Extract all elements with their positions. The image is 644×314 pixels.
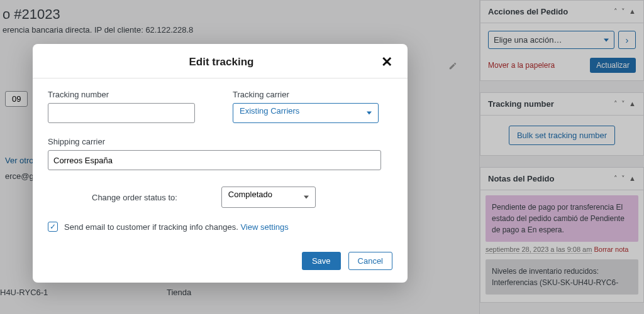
chevron-up-icon[interactable]: ˄ (614, 175, 618, 183)
send-email-checkbox[interactable]: ✓ (48, 222, 58, 232)
order-status-value: Completado (228, 190, 272, 199)
panel-header-actions: Acciones del Pedido ˄ ˅ ▲ (480, 1, 643, 23)
tracking-carrier-label: Tracking carrier (233, 90, 392, 99)
save-button[interactable]: Save (302, 252, 341, 270)
edit-tracking-modal: Edit tracking ✕ Tracking number Tracking… (33, 44, 408, 283)
shipping-carrier-label: Shipping carrier (48, 137, 392, 146)
shipping-carrier-input[interactable] (48, 150, 381, 170)
date-day-input[interactable]: 09 (5, 91, 28, 107)
triangle-up-icon[interactable]: ▲ (629, 100, 636, 108)
chevron-down-icon[interactable]: ˅ (621, 100, 625, 108)
order-note: Niveles de inventario reducidos: Interfe… (486, 259, 638, 295)
tracking-number-input[interactable] (48, 103, 195, 123)
panel-header-notes: Notas del Pedido ˄ ˅ ▲ (480, 168, 643, 190)
panel-order-notes: Notas del Pedido ˄ ˅ ▲ Pendiente de pago… (480, 167, 644, 303)
panel-header-tracking: Tracking number ˄ ˅ ▲ (480, 93, 643, 116)
modal-footer: Save Cancel (33, 243, 408, 283)
chevron-up-icon[interactable]: ˄ (614, 100, 618, 108)
order-action-select[interactable]: Elige una acción… (488, 31, 614, 49)
panel-title-tracking: Tracking number (488, 99, 554, 109)
update-button[interactable]: Actualizar (590, 58, 636, 73)
panel-order-actions: Acciones del Pedido ˄ ˅ ▲ Elige una acci… (480, 0, 644, 81)
order-sidebar: Acciones del Pedido ˄ ˅ ▲ Elige una acci… (479, 0, 644, 314)
triangle-up-icon[interactable]: ▲ (629, 175, 636, 183)
order-number-title: o #21023 (3, 6, 475, 23)
modal-header: Edit tracking ✕ (33, 44, 408, 78)
delete-note-link[interactable]: Borrar nota (594, 246, 628, 253)
send-email-label: Send email to customer if tracking info … (64, 222, 238, 232)
tracking-number-label: Tracking number (48, 90, 208, 99)
modal-title: Edit tracking (62, 56, 381, 68)
line-item-row: H4U-RYC6-1 Tienda (0, 288, 48, 297)
order-note: Pendiente de pago por transferencia El e… (486, 195, 638, 242)
move-to-trash-link[interactable]: Mover a la papelera (488, 61, 555, 70)
order-subtitle: erencia bancaria directa. IP del cliente… (3, 25, 475, 35)
chevron-up-icon[interactable]: ˄ (614, 8, 618, 16)
chevron-down-icon[interactable]: ˅ (621, 8, 625, 16)
line-item-sku: H4U-RYC6-1 (0, 288, 48, 297)
note-timestamp: septiembre 28, 2023 a las 9:08 am (486, 246, 592, 254)
chevron-right-icon: › (626, 35, 629, 45)
cancel-button[interactable]: Cancel (348, 252, 392, 270)
change-status-label: Change order status to: (92, 193, 177, 202)
panel-title-actions: Acciones del Pedido (488, 7, 568, 16)
close-icon[interactable]: ✕ (381, 55, 392, 69)
order-action-go-button[interactable]: › (618, 31, 636, 49)
view-settings-link[interactable]: View settings (240, 222, 288, 232)
tracking-carrier-value: Existing Carriers (240, 106, 299, 116)
pencil-icon[interactable] (448, 62, 457, 73)
tracking-carrier-select[interactable]: Existing Carriers (233, 103, 379, 123)
panel-title-notes: Notas del Pedido (488, 174, 554, 183)
triangle-up-icon[interactable]: ▲ (629, 8, 636, 16)
order-action-select-label: Elige una acción… (494, 35, 562, 45)
line-item-store: Tienda (167, 288, 191, 297)
order-status-select[interactable]: Completado (221, 187, 316, 208)
order-note-meta: septiembre 28, 2023 a las 9:08 am Borrar… (486, 244, 638, 259)
panel-tracking-number: Tracking number ˄ ˅ ▲ Bulk set tracking … (480, 92, 644, 156)
chevron-down-icon[interactable]: ˅ (621, 175, 625, 183)
bulk-set-tracking-button[interactable]: Bulk set tracking number (509, 126, 615, 145)
